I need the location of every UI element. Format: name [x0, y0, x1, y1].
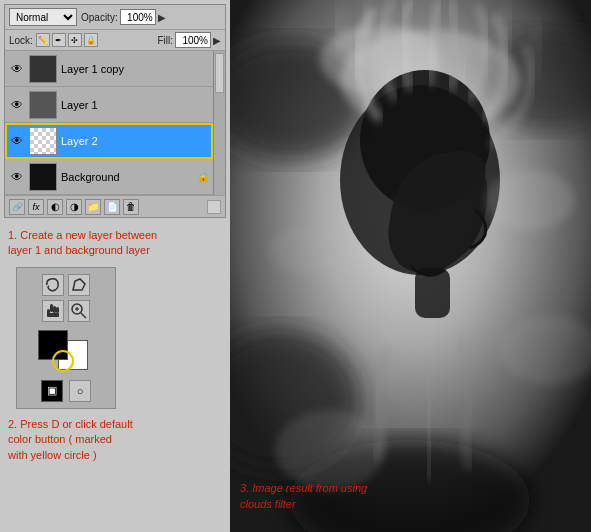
lock-label: Lock: — [9, 35, 33, 46]
layers-bottom-bar: 🔗 fx ◐ ◑ 📁 📄 🗑 — [5, 195, 225, 217]
layer-thumbnail — [29, 127, 57, 155]
scrollbar[interactable] — [213, 51, 225, 195]
layer-row-selected[interactable]: 👁 Layer 2 — [5, 123, 213, 159]
smoke-image: 3. Image result from usingclouds filter — [230, 0, 591, 532]
eye-icon[interactable]: 👁 — [9, 97, 25, 113]
svg-rect-1 — [53, 306, 56, 313]
svg-line-6 — [81, 313, 86, 318]
blend-mode-select[interactable]: Normal Multiply Screen Overlay — [9, 8, 77, 26]
panel-menu-arrow[interactable]: ▶ — [158, 12, 166, 23]
lasso-tool[interactable] — [42, 274, 64, 296]
svg-point-22 — [275, 410, 385, 490]
layer-name: Layer 1 copy — [61, 63, 209, 75]
fx-btn[interactable]: fx — [28, 199, 44, 215]
layer-row[interactable]: 👁 Background 🔒 — [5, 159, 213, 195]
hand-tool[interactable] — [42, 300, 64, 322]
right-panel: 3. Image result from usingclouds filter — [230, 0, 591, 532]
standard-mode-btn[interactable]: ▣ — [41, 380, 63, 402]
layer-row[interactable]: 👁 Layer 1 — [5, 87, 213, 123]
layers-list: 👁 Layer 1 copy 👁 Layer 1 👁 Layer 2 — [5, 51, 213, 195]
opacity-input[interactable] — [120, 9, 156, 25]
svg-rect-18 — [415, 268, 450, 318]
svg-rect-4 — [47, 313, 59, 317]
svg-point-20 — [270, 225, 350, 275]
color-swatches — [38, 330, 94, 370]
svg-rect-2 — [56, 307, 59, 313]
layers-top-bar: Normal Multiply Screen Overlay Opacity: … — [5, 5, 225, 30]
fill-input[interactable] — [175, 32, 211, 48]
new-layer-btn[interactable]: 📄 — [104, 199, 120, 215]
svg-point-19 — [485, 170, 575, 230]
fill-row: Fill: ▶ — [157, 32, 221, 48]
svg-rect-0 — [50, 304, 53, 312]
toolbox-row-2 — [42, 300, 90, 322]
layers-second-bar: Lock: ✏️ ✒ ✣ 🔒 Fill: ▶ — [5, 30, 225, 51]
layer-thumbnail — [29, 55, 57, 83]
layer-row[interactable]: 👁 Layer 1 copy — [5, 51, 213, 87]
panel-icon[interactable] — [207, 200, 221, 214]
layers-panel: Normal Multiply Screen Overlay Opacity: … — [4, 4, 226, 218]
lock-all-btn[interactable]: 🔒 — [84, 33, 98, 47]
layer-thumbnail — [29, 91, 57, 119]
quick-mask-row: ▣ ○ — [41, 380, 91, 402]
layer-thumbnail — [29, 163, 57, 191]
lock-image-btn[interactable]: ✒ — [52, 33, 66, 47]
eye-icon[interactable]: 👁 — [9, 61, 25, 77]
lock-position-btn[interactable]: ✣ — [68, 33, 82, 47]
lock-transparent-btn[interactable]: ✏️ — [36, 33, 50, 47]
eye-icon[interactable]: 👁 — [9, 169, 25, 185]
lock-icon: 🔒 — [197, 171, 209, 182]
polygon-lasso-tool[interactable] — [68, 274, 90, 296]
zoom-tool[interactable] — [68, 300, 90, 322]
foreground-color[interactable] — [38, 330, 68, 360]
toolbox-area: ▣ ○ — [8, 263, 222, 413]
layer-name: Layer 1 — [61, 99, 209, 111]
link-layers-btn[interactable]: 🔗 — [9, 199, 25, 215]
add-mask-btn[interactable]: ◐ — [47, 199, 63, 215]
fill-label: Fill: — [157, 35, 173, 46]
layers-content: 👁 Layer 1 copy 👁 Layer 1 👁 Layer 2 — [5, 51, 225, 195]
opacity-label: Opacity: — [81, 12, 118, 23]
lock-icons: ✏️ ✒ ✣ 🔒 — [36, 33, 98, 47]
quick-mask-btn[interactable]: ○ — [69, 380, 91, 402]
layer-name: Layer 2 — [61, 135, 209, 147]
eye-icon[interactable]: 👁 — [9, 133, 25, 149]
opacity-row: Opacity: ▶ — [81, 9, 166, 25]
delete-layer-btn[interactable]: 🗑 — [123, 199, 139, 215]
instruction-step1: 1. Create a new layer betweenlayer 1 and… — [8, 228, 222, 259]
adjustment-layer-btn[interactable]: ◑ — [66, 199, 82, 215]
fill-arrow[interactable]: ▶ — [213, 35, 221, 46]
left-panel: Normal Multiply Screen Overlay Opacity: … — [0, 0, 230, 532]
scrollbar-thumb[interactable] — [215, 53, 224, 93]
new-group-btn[interactable]: 📁 — [85, 199, 101, 215]
toolbox-panel: ▣ ○ — [16, 267, 116, 409]
image-caption: 3. Image result from usingclouds filter — [240, 481, 367, 512]
instruction-step2: 2. Press D or click defaultcolor button … — [8, 417, 222, 463]
toolbox-row-1 — [42, 274, 90, 296]
layer-name: Background — [61, 171, 193, 183]
smoke-svg — [230, 0, 591, 532]
